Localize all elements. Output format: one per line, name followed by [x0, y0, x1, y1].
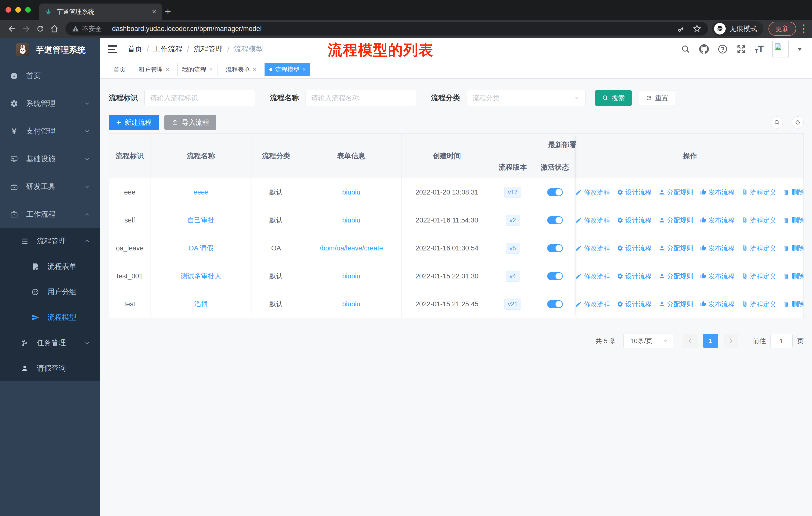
sidebar-item-process-model[interactable]: 流程模型	[0, 305, 100, 330]
url-bar[interactable]: 不安全 dashboard.yudao.iocoder.cn/bpm/manag…	[65, 22, 708, 35]
process-definition-link[interactable]: 流程定义	[742, 300, 776, 309]
cell-process-name-link[interactable]: OA 请假	[151, 234, 252, 262]
sidebar-item-system[interactable]: 系统管理	[0, 90, 100, 117]
process-definition-link[interactable]: 流程定义	[742, 272, 776, 281]
breadcrumb-workflow[interactable]: 工作流程	[153, 44, 182, 54]
modify-process-link[interactable]: 修改流程	[575, 272, 610, 281]
cell-process-name-link[interactable]: 测试多审批人	[151, 262, 252, 290]
process-definition-link[interactable]: 流程定义	[742, 216, 776, 225]
tag-home[interactable]: 首页	[109, 63, 130, 76]
publish-process-link[interactable]: 发布流程	[700, 272, 735, 281]
avatar[interactable]	[772, 41, 789, 57]
assign-rule-link[interactable]: 分配规则	[659, 300, 693, 309]
tag-tenant[interactable]: 租户管理×	[134, 63, 174, 76]
delete-link[interactable]: 删除	[783, 216, 804, 225]
sidebar-item-leave-query[interactable]: 请假查询	[0, 355, 100, 381]
cell-form-link[interactable]: /bpm/oa/leave/create	[301, 234, 402, 262]
process-key-input[interactable]	[144, 90, 255, 106]
sidebar-item-task-mgmt[interactable]: 任务管理	[0, 330, 100, 355]
not-secure-chip[interactable]: 不安全	[72, 24, 102, 33]
delete-link[interactable]: 删除	[783, 300, 804, 309]
active-toggle[interactable]	[547, 244, 563, 252]
sidebar-item-devtools[interactable]: 研发工具	[0, 173, 100, 200]
window-minimize-button[interactable]	[16, 7, 21, 12]
tag-process-form[interactable]: 流程表单×	[221, 63, 261, 76]
process-definition-link[interactable]: 流程定义	[742, 244, 776, 253]
modify-process-link[interactable]: 修改流程	[575, 188, 610, 197]
modify-process-link[interactable]: 修改流程	[575, 244, 610, 253]
cell-form-link[interactable]: biubiu	[301, 206, 402, 234]
current-page-button[interactable]: 1	[703, 334, 718, 348]
chrome-update-button[interactable]: 更新	[768, 22, 796, 36]
breadcrumb-home[interactable]: 首页	[127, 44, 142, 54]
tag-close-icon[interactable]: ×	[209, 66, 213, 73]
sidebar-item-home[interactable]: 首页	[0, 62, 100, 90]
search-icon[interactable]	[681, 44, 690, 54]
tab-close-icon[interactable]: ×	[152, 7, 156, 16]
window-close-button[interactable]	[5, 7, 11, 12]
home-icon[interactable]	[47, 23, 61, 35]
delete-link[interactable]: 删除	[783, 244, 804, 253]
fullscreen-icon[interactable]	[736, 44, 746, 54]
sidebar-item-payment[interactable]: ¥ 支付管理	[0, 117, 100, 145]
new-tab-button[interactable]: +	[165, 5, 171, 18]
cell-process-name-link[interactable]: 自己审批	[151, 206, 252, 234]
active-toggle[interactable]	[547, 272, 563, 280]
sidebar-item-workflow[interactable]: 工作流程	[0, 200, 100, 228]
reset-button[interactable]: 重置	[639, 90, 675, 106]
hamburger-icon[interactable]	[108, 45, 117, 53]
design-process-link[interactable]: 设计流程	[617, 244, 652, 253]
forward-icon[interactable]	[19, 23, 33, 35]
back-icon[interactable]	[5, 23, 19, 35]
create-process-button[interactable]: + 新建流程	[109, 115, 159, 130]
sidebar-item-process-form[interactable]: 流程表单	[0, 254, 100, 279]
publish-process-link[interactable]: 发布流程	[700, 216, 735, 225]
cell-process-name-link[interactable]: eeee	[151, 179, 252, 206]
github-icon[interactable]	[699, 44, 709, 54]
active-toggle[interactable]	[547, 216, 563, 224]
publish-process-link[interactable]: 发布流程	[700, 300, 735, 309]
password-key-icon[interactable]	[676, 24, 685, 33]
publish-process-link[interactable]: 发布流程	[700, 188, 735, 197]
modify-process-link[interactable]: 修改流程	[575, 216, 610, 225]
breadcrumb-process-mgmt[interactable]: 流程管理	[194, 44, 223, 54]
design-process-link[interactable]: 设计流程	[617, 300, 652, 309]
window-zoom-button[interactable]	[25, 7, 31, 12]
process-name-input[interactable]	[306, 90, 416, 106]
browser-tab[interactable]: 芋道管理系统 ×	[39, 3, 162, 20]
caret-down-icon[interactable]	[798, 48, 802, 51]
import-process-button[interactable]: 导入流程	[164, 115, 216, 130]
publish-process-link[interactable]: 发布流程	[700, 244, 735, 253]
active-toggle[interactable]	[547, 188, 563, 196]
delete-link[interactable]: 删除	[783, 188, 804, 197]
tag-close-icon[interactable]: ×	[166, 66, 169, 73]
page-size-select[interactable]: 10条/页	[624, 333, 673, 348]
help-icon[interactable]	[718, 44, 728, 54]
assign-rule-link[interactable]: 分配规则	[659, 244, 693, 253]
search-button[interactable]: 搜索	[595, 90, 632, 106]
goto-page-input[interactable]	[771, 334, 793, 348]
assign-rule-link[interactable]: 分配规则	[659, 188, 693, 197]
refresh-table-button[interactable]	[792, 116, 804, 129]
sidebar-item-user-group[interactable]: 用户分组	[0, 279, 100, 305]
toggle-search-button[interactable]	[771, 116, 783, 129]
cell-form-link[interactable]: biubiu	[301, 290, 402, 318]
cell-form-link[interactable]: biubiu	[301, 262, 402, 290]
bookmark-star-icon[interactable]	[692, 24, 701, 33]
tag-my-process[interactable]: 我的流程×	[177, 63, 218, 76]
design-process-link[interactable]: 设计流程	[617, 216, 652, 225]
tag-process-model[interactable]: 流程模型×	[265, 63, 311, 76]
next-page-button[interactable]	[724, 334, 738, 348]
browser-menu-icon[interactable]	[800, 24, 807, 33]
delete-link[interactable]: 删除	[783, 272, 804, 281]
font-size-icon[interactable]: TT	[755, 44, 764, 54]
process-definition-link[interactable]: 流程定义	[742, 188, 776, 197]
assign-rule-link[interactable]: 分配规则	[659, 272, 693, 281]
assign-rule-link[interactable]: 分配规则	[659, 216, 693, 225]
design-process-link[interactable]: 设计流程	[617, 188, 652, 197]
modify-process-link[interactable]: 修改流程	[575, 300, 610, 309]
sidebar-item-process-mgmt[interactable]: 流程管理	[0, 228, 100, 254]
tag-close-icon[interactable]: ×	[302, 66, 306, 73]
design-process-link[interactable]: 设计流程	[617, 272, 652, 281]
cell-process-name-link[interactable]: 滔博	[151, 290, 252, 318]
